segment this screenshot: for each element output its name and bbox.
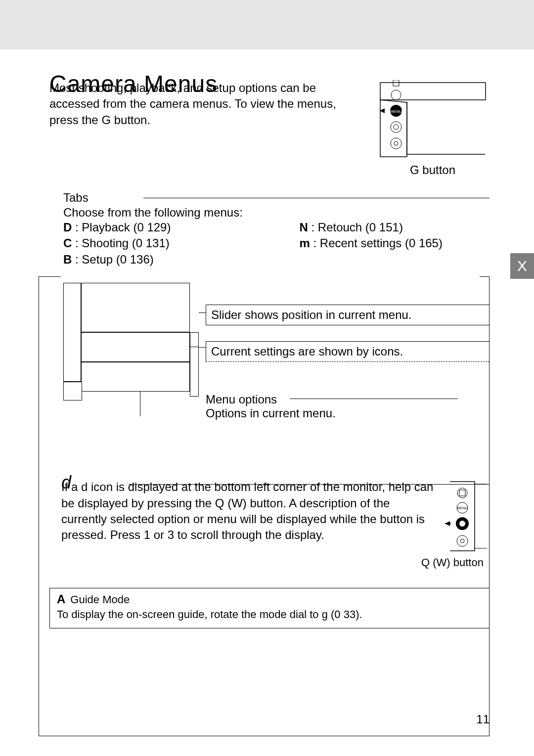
guide-sym: A — [57, 592, 65, 606]
help-section: d If a d icon is displayed at the bottom… — [49, 479, 490, 570]
menu-options-text: Options in current menu. — [206, 406, 336, 420]
tabs-lead: Choose from the following menus: — [63, 206, 490, 220]
menu-sym: B — [63, 253, 72, 266]
svg-rect-0 — [380, 83, 486, 100]
menu-sym: m — [299, 236, 310, 250]
page-content: Camera Menus Most shooting, playback, an… — [0, 80, 534, 628]
callout-icons: Current settings are shown by icons. — [206, 341, 490, 362]
svg-point-19 — [457, 535, 468, 546]
svg-point-8 — [394, 141, 398, 145]
svg-point-7 — [391, 138, 401, 149]
camera-illustration-label: G button — [410, 163, 455, 177]
menu-text: : Playback (0 129) — [75, 221, 171, 234]
help-illustration: MENU Q (W) button — [445, 479, 490, 570]
svg-point-13 — [457, 488, 467, 498]
page-title: Camera Menus — [49, 50, 218, 97]
svg-point-5 — [391, 122, 401, 133]
svg-text:MENU: MENU — [457, 506, 468, 510]
svg-point-20 — [460, 539, 464, 543]
diagram-left — [63, 283, 197, 431]
svg-rect-2 — [393, 80, 399, 86]
svg-point-1 — [391, 90, 401, 100]
svg-point-18 — [459, 521, 465, 527]
svg-point-6 — [394, 125, 399, 130]
menu-diagram: Slider shows position in current menu. C… — [49, 282, 490, 470]
tabs-col-right: N : Retouch (0 151) m : Recent settings … — [299, 220, 442, 267]
camera-illustration: MENU — [380, 80, 486, 159]
guide-mode-box: AGuide Mode To display the on-screen gui… — [49, 588, 490, 628]
tabs-col-left: D : Playback (0 129) C : Shooting (0 131… — [63, 220, 171, 267]
menu-text: : Recent settings (0 165) — [313, 236, 442, 250]
tabs-section: Tabs Choose from the following menus: D … — [49, 191, 490, 470]
page-number: 11 — [476, 712, 490, 726]
tabs-rule — [143, 198, 490, 198]
svg-marker-22 — [445, 521, 450, 526]
svg-text:MENU: MENU — [390, 109, 402, 114]
help-text: If a d icon is displayed at the bottom l… — [61, 479, 436, 570]
side-tab: X — [510, 253, 534, 279]
menu-options-heading: Menu options — [206, 393, 336, 406]
guide-title-row: AGuide Mode — [57, 592, 482, 606]
help-icon: d — [61, 472, 71, 493]
menu-sym: D — [63, 221, 72, 234]
callout-slider: Slider shows position in current menu. — [206, 305, 490, 325]
guide-text: To display the on-screen guide, rotate t… — [57, 608, 482, 621]
menu-text: : Shooting (0 131) — [75, 236, 170, 250]
help-illustration-label: Q (W) button — [421, 555, 484, 570]
menu-text: : Setup (0 136) — [75, 253, 154, 266]
menu-sym: C — [63, 236, 72, 250]
camera-illustration-wrap: MENU G button — [376, 80, 490, 177]
guide-title: Guide Mode — [70, 593, 130, 606]
menu-options: Menu options Options in current menu. — [206, 393, 336, 420]
header-bar — [0, 0, 534, 49]
menu-text: : Retouch (0 151) — [311, 221, 402, 234]
help-rule — [129, 484, 490, 485]
svg-rect-14 — [459, 490, 465, 496]
menu-sym: N — [299, 221, 308, 234]
